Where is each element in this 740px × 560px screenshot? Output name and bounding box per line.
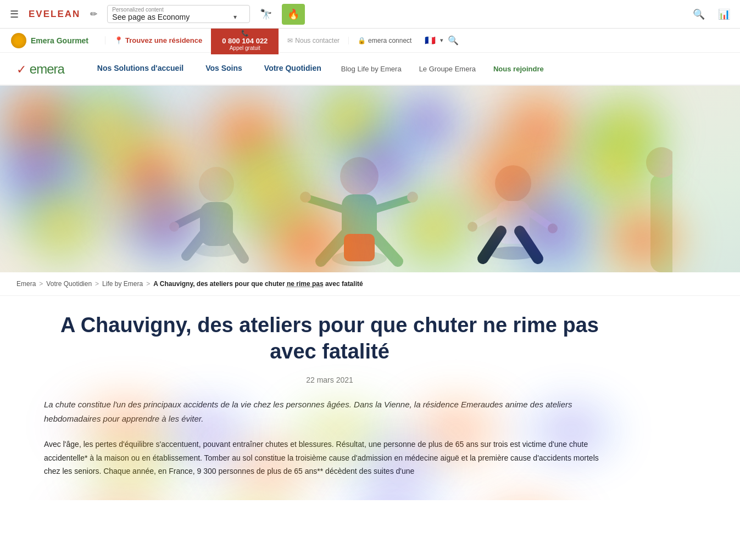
- site-hero: [0, 86, 740, 272]
- hero-image: [68, 97, 672, 272]
- site-brand-name[interactable]: Emera Gourmet: [31, 36, 88, 45]
- nav-link-rejoindre[interactable]: Nous rejoindre: [485, 52, 553, 85]
- breadcrumb-sep-3: >: [146, 280, 150, 288]
- breadcrumb-ne-rime-pas: ne rime pas: [287, 280, 324, 288]
- svg-point-14: [300, 192, 311, 203]
- nav-link-soins[interactable]: Vos Soins: [194, 52, 253, 85]
- site-location-link[interactable]: 📍 Trouvez une résidence: [105, 36, 211, 44]
- svg-point-27: [646, 147, 672, 178]
- nav-link-groupe[interactable]: Le Groupe Emera: [410, 52, 485, 85]
- article-intro: La chute constitue l'un des principaux a…: [44, 397, 615, 425]
- svg-point-15: [407, 192, 418, 203]
- breadcrumb-emera[interactable]: Emera: [16, 280, 36, 288]
- nav-link-solutions[interactable]: Nos Solutions d'accueil: [86, 52, 194, 85]
- binoculars-icon[interactable]: 🔭: [257, 5, 275, 24]
- breadcrumb-quotidien[interactable]: Votre Quotidien: [46, 280, 92, 288]
- search-icon[interactable]: 🔍: [689, 5, 708, 24]
- breadcrumb-life[interactable]: Life by Emera: [102, 280, 143, 288]
- segment-selector[interactable]: Personalized content See page as Economy…: [107, 5, 250, 23]
- location-icon: 📍: [114, 36, 123, 44]
- site-main-nav: ✓ emera Nos Solutions d'accueil Vos Soin…: [0, 53, 740, 86]
- site-phone-number: 0 800 104 022: [222, 37, 268, 45]
- site-phone-sub: Appel gratuit: [230, 45, 260, 51]
- site-connect-link[interactable]: 🔒 emera connect: [348, 37, 420, 44]
- site-brand-logo: [11, 33, 26, 48]
- svg-point-6: [169, 222, 179, 232]
- svg-point-8: [340, 157, 379, 195]
- app-logo: EVELEAN: [29, 9, 80, 20]
- segment-value: See page as Economy ▾: [112, 13, 237, 21]
- menu-icon[interactable]: ☰: [7, 5, 22, 24]
- fire-icon: 🔥: [287, 8, 299, 20]
- fire-button[interactable]: 🔥: [282, 4, 305, 25]
- lock-icon: 🔒: [358, 37, 366, 44]
- emera-logo-text: emera: [30, 61, 64, 76]
- site-phone-cta[interactable]: 📞 0 800 104 022 Appel gratuit: [211, 26, 279, 54]
- contact-icon: ✉: [287, 37, 293, 44]
- segment-label: Personalized content: [112, 7, 163, 13]
- svg-line-22: [474, 212, 498, 226]
- toolbar: ☰ EVELEAN ✏ Personalized content See pag…: [0, 0, 740, 29]
- svg-line-23: [528, 212, 552, 227]
- site-search-icon[interactable]: 🔍: [443, 35, 463, 46]
- site-top-navbar: Emera Gourmet 📍 Trouvez une résidence 📞 …: [0, 29, 740, 53]
- svg-line-13: [376, 198, 411, 209]
- article-date: 22 mars 2021: [44, 376, 615, 384]
- emera-logo: ✓ emera: [16, 60, 64, 77]
- breadcrumb-current: A Chauvigny, des ateliers pour que chute…: [153, 280, 363, 288]
- main-nav-links: Nos Solutions d'accueil Vos Soins Votre …: [86, 52, 724, 85]
- chevron-down-icon: ▾: [233, 13, 237, 21]
- edit-icon[interactable]: ✏: [87, 5, 101, 23]
- site-preview: Emera Gourmet 📍 Trouvez une résidence 📞 …: [0, 29, 740, 500]
- article-content: A Chauvigny, des ateliers pour que chute…: [0, 296, 659, 500]
- chart-icon[interactable]: 📊: [715, 5, 733, 24]
- svg-point-25: [548, 223, 558, 233]
- svg-point-1: [199, 167, 234, 202]
- nav-link-blog[interactable]: Blog Life by Emera: [332, 52, 410, 85]
- phone-icon: 📞: [241, 30, 249, 37]
- emera-check-icon: ✓: [16, 63, 26, 76]
- breadcrumb: Emera > Votre Quotidien > Life by Emera …: [0, 272, 740, 296]
- article-body: Avec l'âge, les pertes d'équilibre s'acc…: [44, 438, 615, 478]
- breadcrumb-sep-2: >: [95, 280, 99, 288]
- svg-point-18: [495, 165, 531, 201]
- svg-line-12: [307, 198, 343, 209]
- breadcrumb-sep-1: >: [39, 280, 43, 288]
- language-flag[interactable]: 🇫🇷: [420, 35, 440, 46]
- nav-link-quotidien[interactable]: Votre Quotidien: [253, 52, 332, 85]
- svg-rect-26: [650, 173, 672, 272]
- site-contact-link[interactable]: ✉ Nous contacter: [279, 37, 348, 44]
- svg-rect-16: [344, 234, 375, 261]
- svg-line-5: [175, 212, 203, 226]
- article-title: A Chauvigny, des ateliers pour que chute…: [44, 312, 615, 365]
- svg-point-24: [468, 222, 477, 232]
